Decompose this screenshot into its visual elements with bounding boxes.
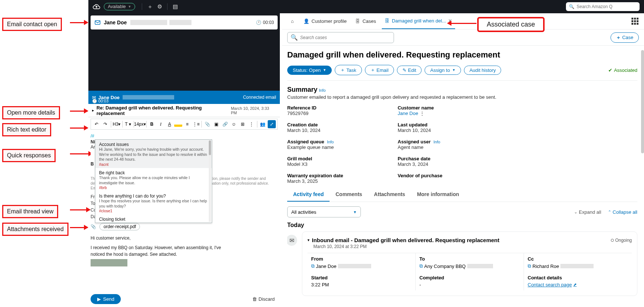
paperclip-icon: 📎 <box>91 224 96 229</box>
expand-all-button[interactable]: ⌄Expand all <box>574 209 601 215</box>
add-case-button[interactable]: ＋Case <box>610 32 639 43</box>
associated-badge: ✔Associated <box>608 67 637 73</box>
edit-pill[interactable]: ✎Edit <box>397 66 422 75</box>
highlight-button[interactable] <box>174 122 182 127</box>
expand-icon[interactable]: ⤢ <box>268 120 276 128</box>
annotation-associated-case: Associated case <box>477 17 545 32</box>
active-timer: 🕐 00:03 <box>88 99 109 104</box>
apps-grid-icon[interactable] <box>631 18 639 25</box>
italic-button[interactable]: I <box>156 120 165 128</box>
check-icon: ✔ <box>608 67 612 73</box>
align-button[interactable]: ≡ <box>183 120 191 128</box>
gear-icon[interactable]: ⚙ <box>157 3 162 10</box>
plus-icon: ＋ <box>340 67 345 73</box>
plus-icon[interactable]: ＋ <box>147 3 153 10</box>
quick-response-item[interactable]: Account issues Hi Jane, We're sorry, you… <box>95 140 212 168</box>
link-icon[interactable]: 🔗 <box>221 120 229 128</box>
search-input[interactable] <box>577 4 636 9</box>
contact-name: Jane Doe <box>104 20 127 25</box>
chevron-down-icon: ▼ <box>353 210 357 214</box>
chevron-up-icon: ⌃ <box>608 210 611 214</box>
copy-icon[interactable]: ⧉ <box>311 263 314 269</box>
email-subject: Re: Damaged grill when delivered. Reques… <box>96 105 231 116</box>
ongoing-badge: Ongoing <box>611 238 632 243</box>
activity-filter-row: All activities▼ ⌄Expand all ⌃Collapse al… <box>287 206 637 217</box>
annotation-attachments: Attachments received <box>2 223 68 236</box>
email-icon <box>94 19 101 26</box>
clock-icon: 🕐 <box>256 20 261 25</box>
bold-button[interactable]: B <box>148 120 156 128</box>
email-contact-card[interactable]: Jane Doe 🕐00:03 <box>91 15 278 29</box>
redacted-text <box>130 20 167 25</box>
info-link[interactable]: Info <box>433 140 440 144</box>
table-icon[interactable]: ⊞ <box>239 120 247 128</box>
activity-filter-select[interactable]: All activities▼ <box>287 206 361 217</box>
panel-scrollbar[interactable] <box>641 50 644 153</box>
contact-search-link[interactable]: Contact search page⬈ <box>528 282 628 287</box>
expand-caret-icon[interactable]: ▸ <box>92 108 94 113</box>
annotation-thread: Email thread view <box>2 205 58 218</box>
task-pill[interactable]: ＋Task <box>335 65 362 75</box>
audit-pill[interactable]: Audit history <box>464 66 502 75</box>
attachment-row: 📎 order-receipt.pdf <box>91 223 278 230</box>
home-tab[interactable]: ⌂ <box>287 13 298 29</box>
collapse-caret-icon[interactable]: ▾ <box>307 238 310 243</box>
activity-feed-tab[interactable]: Activity feed <box>287 188 330 202</box>
notes-icon[interactable]: ▤ <box>173 3 178 10</box>
external-link-icon: ⬈ <box>573 282 577 287</box>
more-info-tab[interactable]: More information <box>411 188 465 202</box>
email-body-greeting: Hi customer service, <box>91 235 278 241</box>
quick-response-item[interactable]: Be right back Thank you. Please allow me… <box>95 168 212 191</box>
list-button[interactable]: ⋮≡ <box>192 120 200 128</box>
image-icon[interactable]: ▣ <box>212 120 220 128</box>
more-icon[interactable]: ⋮ <box>247 120 256 128</box>
search-cases-input[interactable]: 🔍 <box>287 32 394 43</box>
amazon-q-search[interactable]: 🔍 <box>566 2 640 11</box>
contact-timer: 🕐00:03 <box>256 20 274 25</box>
annotation-rte: Rich text editor <box>2 123 51 136</box>
popup-scrollbar[interactable] <box>209 140 211 222</box>
cloud-upload-icon <box>93 3 100 10</box>
emoji-icon[interactable]: ☺ <box>230 120 238 128</box>
size-selector[interactable]: 14px ▾ <box>135 120 144 128</box>
redo-icon[interactable]: ↷ <box>101 120 109 128</box>
quick-response-item[interactable]: Is there anything I can do for you? I ho… <box>95 191 212 214</box>
agent-status-selector[interactable]: Available▼ <box>104 3 135 10</box>
assign-pill[interactable]: Assign to▼ <box>425 66 461 75</box>
attachment-pill[interactable]: order-receipt.pdf <box>99 223 140 230</box>
summary-section: SummaryInfo Customer emailed to report a… <box>287 86 637 100</box>
quick-response-item[interactable]: Closing ticket <box>95 214 212 223</box>
info-link[interactable]: Info <box>327 140 334 144</box>
collapse-all-button[interactable]: ⌃Collapse all <box>608 209 637 215</box>
email-pill[interactable]: ＋Email <box>365 65 394 75</box>
active-case-tab[interactable]: 🗄Damaged grill when del...✕ <box>382 13 455 29</box>
attachments-tab[interactable]: Attachments <box>368 188 411 202</box>
font-icon[interactable]: T ▾ <box>124 120 132 128</box>
activity-details-grid2: Started 3:22 PM Completed - Contact deta… <box>307 272 632 290</box>
people-icon[interactable]: 👥 <box>259 120 267 128</box>
activity-card: ✉ ▾ Inbound email - Damaged grill when d… <box>302 231 637 296</box>
customer-profile-tab[interactable]: 👤Customer profile <box>300 13 349 29</box>
plus-icon: ＋ <box>370 67 375 73</box>
search-cases-field[interactable] <box>300 35 391 40</box>
attach-icon[interactable]: 📎 <box>203 120 211 128</box>
underline-button[interactable]: A <box>165 120 173 128</box>
heading-selector[interactable]: H3 ▾ <box>113 120 121 128</box>
case-subtabs: Activity feed Comments Attachments More … <box>287 188 637 202</box>
contacts-panel: Jane Doe 🕐00:03 <box>88 13 280 91</box>
quick-response-trigger[interactable]: /# <box>91 130 278 139</box>
redacted-text <box>169 20 191 25</box>
cases-tab[interactable]: 🗄Cases <box>352 13 379 29</box>
copy-icon[interactable]: ⧉ <box>419 263 423 269</box>
send-button[interactable]: ▶Send <box>91 294 121 304</box>
status-pill[interactable]: Status: Open▼ <box>287 66 332 75</box>
undo-icon[interactable]: ↶ <box>92 120 101 128</box>
case-fields: Reference ID79529769 Customer nameJane D… <box>287 105 637 184</box>
comments-tab[interactable]: Comments <box>330 188 368 202</box>
copy-icon[interactable]: ⧉ <box>528 263 531 269</box>
discard-button[interactable]: 🗑Discard <box>252 296 275 302</box>
info-link[interactable]: Info <box>319 88 325 93</box>
more-dots-icon[interactable]: ⋮ <box>420 111 425 116</box>
nav-tabs: ⌂ 👤Customer profile 🗄Cases 🗄Damaged gril… <box>282 13 644 29</box>
image-thumbnail[interactable] <box>91 259 127 266</box>
